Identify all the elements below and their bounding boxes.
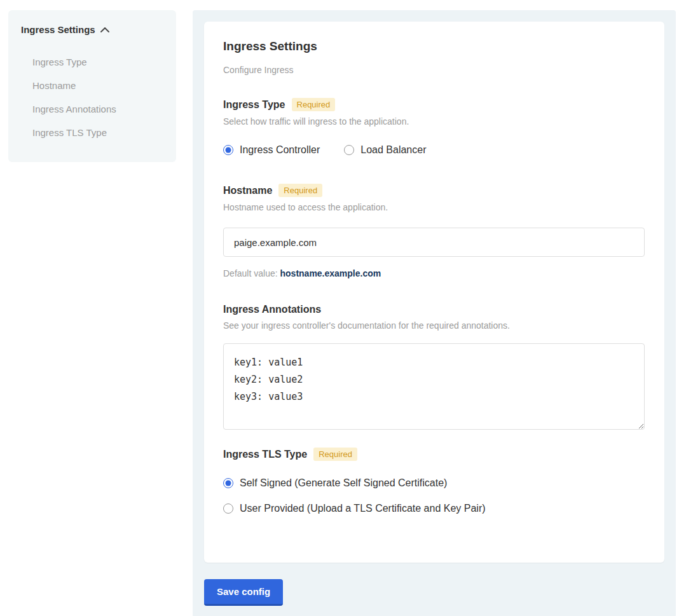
radio-user-provided[interactable]: User Provided (Upload a TLS Certificate … <box>223 503 645 514</box>
radio-self-signed-label: Self Signed (Generate Self Signed Certif… <box>240 477 447 489</box>
radio-ingress-controller-label: Ingress Controller <box>240 144 320 156</box>
sidebar-nav: Ingress Type Hostname Ingress Annotation… <box>21 50 163 144</box>
radio-load-balancer-label: Load Balancer <box>360 144 426 156</box>
radio-button-icon <box>223 503 233 514</box>
hostname-default-line: Default value: hostname.example.com <box>223 268 645 278</box>
radio-ingress-controller[interactable]: Ingress Controller <box>223 144 320 156</box>
config-card: Ingress Settings Configure Ingress Ingre… <box>204 22 664 563</box>
page-title: Ingress Settings <box>223 39 645 53</box>
radio-button-icon <box>223 145 233 155</box>
config-content: Ingress Settings Configure Ingress Ingre… <box>193 10 676 616</box>
sidebar-item-ingress-annotations[interactable]: Ingress Annotations <box>21 97 163 121</box>
sidebar-item-hostname[interactable]: Hostname <box>21 74 163 97</box>
save-config-button[interactable]: Save config <box>204 579 283 606</box>
section-ingress-tls-type: Ingress TLS Type Required Self Signed (G… <box>223 448 645 514</box>
ingress-type-help: Select how traffic will ingress to the a… <box>223 116 645 127</box>
hostname-default-value: hostname.example.com <box>280 268 381 278</box>
radio-button-icon <box>344 145 354 155</box>
section-ingress-annotations: Ingress Annotations See your ingress con… <box>223 304 645 430</box>
radio-load-balancer[interactable]: Load Balancer <box>344 144 426 156</box>
sidebar-group-label: Ingress Settings <box>21 24 95 35</box>
ingress-type-title: Ingress Type <box>223 99 285 111</box>
required-badge: Required <box>313 448 357 461</box>
required-badge: Required <box>292 98 336 111</box>
section-hostname: Hostname Required Hostname used to acces… <box>223 184 645 278</box>
sidebar-item-ingress-tls-type[interactable]: Ingress TLS Type <box>21 121 163 144</box>
annotations-help: See your ingress controller's documentat… <box>223 320 645 331</box>
tls-options: Self Signed (Generate Self Signed Certif… <box>223 477 645 514</box>
config-page: Ingress Settings Ingress Type Hostname I… <box>0 0 693 616</box>
chevron-up-icon <box>100 27 109 32</box>
section-ingress-type: Ingress Type Required Select how traffic… <box>223 98 645 156</box>
radio-self-signed[interactable]: Self Signed (Generate Self Signed Certif… <box>223 477 645 489</box>
sidebar-group-ingress-settings[interactable]: Ingress Settings <box>21 24 163 35</box>
hostname-title: Hostname <box>223 185 272 196</box>
tls-title: Ingress TLS Type <box>223 449 307 460</box>
page-subtitle: Configure Ingress <box>223 65 645 75</box>
annotations-title: Ingress Annotations <box>223 304 321 315</box>
radio-user-provided-label: User Provided (Upload a TLS Certificate … <box>240 503 486 514</box>
radio-button-icon <box>223 478 233 488</box>
config-nav-sidebar: Ingress Settings Ingress Type Hostname I… <box>8 10 176 162</box>
sidebar-item-ingress-type[interactable]: Ingress Type <box>21 50 163 74</box>
hostname-help: Hostname used to access the application. <box>223 202 645 212</box>
hostname-input[interactable] <box>223 228 645 257</box>
required-badge: Required <box>278 184 322 197</box>
ingress-type-options: Ingress Controller Load Balancer <box>223 144 645 156</box>
hostname-default-prefix: Default value: <box>223 268 280 278</box>
annotations-textarea[interactable]: key1: value1 key2: value2 key3: value3 <box>223 343 645 430</box>
